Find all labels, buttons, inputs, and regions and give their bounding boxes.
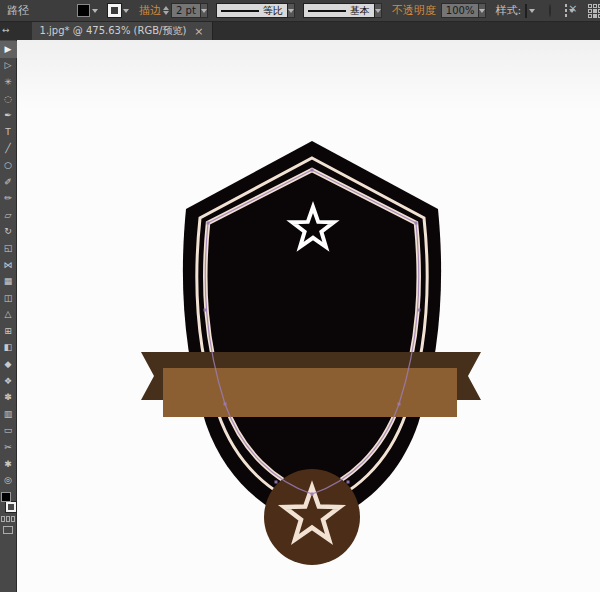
line-segment-tool[interactable]: ╱ xyxy=(0,141,17,158)
gradient-tool[interactable]: ◧ xyxy=(0,340,17,357)
panel-collapse-icon[interactable]: ↔ xyxy=(0,22,14,40)
column-graph-tool[interactable]: ▥ xyxy=(0,406,17,423)
pencil-tool[interactable]: ✏ xyxy=(0,190,17,207)
direct-selection-tool[interactable]: ▷ xyxy=(0,58,17,75)
brush-preview xyxy=(308,10,346,12)
stroke-proxy-swatch[interactable] xyxy=(6,502,16,512)
badge-artwork[interactable] xyxy=(17,40,600,592)
free-transform-tool[interactable]: ▦ xyxy=(0,273,17,290)
recolor-artwork-icon[interactable] xyxy=(549,4,551,17)
zoom-tool[interactable]: ◎ xyxy=(0,472,17,489)
opacity-panel-link[interactable]: 不透明度 xyxy=(392,3,436,18)
opacity-field[interactable]: 100% xyxy=(441,3,480,18)
align-options-icon[interactable] xyxy=(565,4,567,17)
style-dropdown-icon[interactable] xyxy=(529,9,535,13)
fill-stroke-indicator[interactable] xyxy=(1,492,16,512)
fill-swatch[interactable] xyxy=(77,4,90,17)
paintbrush-tool[interactable]: ✐ xyxy=(0,174,17,191)
width-profile-arrow[interactable] xyxy=(288,3,295,18)
scale-tool[interactable]: ◱ xyxy=(0,240,17,257)
brush-definition-dropdown[interactable]: 基本 xyxy=(303,3,375,18)
opacity-dropdown[interactable] xyxy=(479,3,486,18)
stroke-weight-stepper[interactable] xyxy=(163,6,169,15)
stroke-color-control[interactable] xyxy=(108,4,129,17)
width-tool[interactable]: ⋈ xyxy=(0,257,17,274)
artboard-tool[interactable]: ▭ xyxy=(0,423,17,440)
rotate-tool[interactable]: ↻ xyxy=(0,224,17,241)
stroke-panel-link[interactable]: 描边 xyxy=(139,3,161,18)
draw-inside-icon[interactable] xyxy=(11,516,15,522)
fill-proxy-swatch[interactable] xyxy=(1,492,11,502)
brush-arrow[interactable] xyxy=(375,3,382,18)
width-profile-dropdown[interactable]: 等比 xyxy=(216,3,288,18)
workspace-switcher-icon[interactable] xyxy=(588,4,600,18)
draw-behind-icon[interactable] xyxy=(6,516,10,522)
eraser-tool[interactable]: ▱ xyxy=(0,207,17,224)
style-label: 样式: xyxy=(495,3,521,18)
stroke-weight-dropdown[interactable] xyxy=(201,3,208,18)
stroke-swatch[interactable] xyxy=(108,4,121,17)
width-profile-label: 等比 xyxy=(263,4,283,18)
canvas-area[interactable] xyxy=(17,40,600,592)
slice-tool[interactable]: ✂ xyxy=(0,439,17,456)
hand-tool[interactable]: ✱ xyxy=(0,456,17,473)
lasso-tool[interactable]: ◌ xyxy=(0,91,17,108)
ribbon-front[interactable] xyxy=(163,368,457,417)
control-bar: 路径 描边 2 pt 等比 基本 不透明度 100% 样式: xyxy=(0,0,600,22)
tool-list: ▶▷✳◌✒T╱○✐✏▱↻◱⋈▦◫△⊞◧◆❖✽▥▭✂✱◎ xyxy=(0,41,17,489)
stroke-weight-field[interactable]: 2 pt xyxy=(171,3,201,18)
stepper-down-icon[interactable] xyxy=(163,11,169,15)
document-tab-bar: ↔ 1.jpg* @ 475.63% (RGB/预览) × xyxy=(0,22,600,40)
blend-tool[interactable]: ❖ xyxy=(0,373,17,390)
stepper-up-icon[interactable] xyxy=(163,6,169,10)
shape-builder-tool[interactable]: ◫ xyxy=(0,290,17,307)
fill-dropdown-icon[interactable] xyxy=(92,9,98,13)
magic-wand-tool[interactable]: ✳ xyxy=(0,74,17,91)
width-profile-preview xyxy=(221,10,259,12)
perspective-grid-tool[interactable]: △ xyxy=(0,307,17,324)
document-tab-title: 1.jpg* @ 475.63% (RGB/预览) xyxy=(40,24,187,38)
screen-mode-icon[interactable] xyxy=(3,526,13,534)
drawing-modes[interactable] xyxy=(1,516,15,522)
eyedropper-tool[interactable]: ◆ xyxy=(0,356,17,373)
ellipse-tool[interactable]: ○ xyxy=(0,157,17,174)
tools-panel: ▶▷✳◌✒T╱○✐✏▱↻◱⋈▦◫△⊞◧◆❖✽▥▭✂✱◎ xyxy=(0,40,17,592)
mesh-tool[interactable]: ⊞ xyxy=(0,323,17,340)
document-tab[interactable]: 1.jpg* @ 475.63% (RGB/预览) × xyxy=(32,22,213,40)
tab-close-icon[interactable]: × xyxy=(194,25,203,38)
pen-tool[interactable]: ✒ xyxy=(0,107,17,124)
draw-normal-icon[interactable] xyxy=(1,516,5,522)
context-label: 路径 xyxy=(7,3,29,18)
symbol-sprayer-tool[interactable]: ✽ xyxy=(0,389,17,406)
selection-tool[interactable]: ▶ xyxy=(0,41,17,58)
style-swatch[interactable] xyxy=(525,4,527,18)
brush-label: 基本 xyxy=(350,4,370,18)
fill-color-control[interactable] xyxy=(77,4,98,17)
stroke-dropdown-icon[interactable] xyxy=(123,9,129,13)
type-tool[interactable]: T xyxy=(0,124,17,141)
